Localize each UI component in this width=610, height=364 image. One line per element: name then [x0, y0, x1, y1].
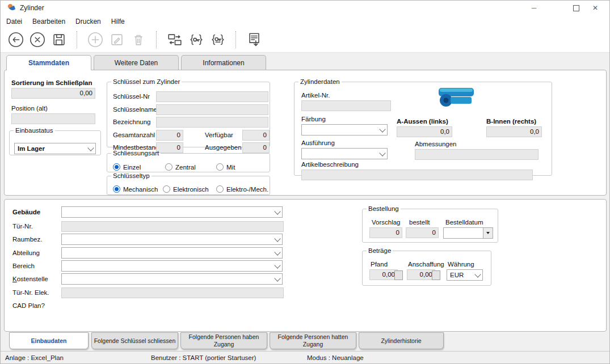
- cancel-button[interactable]: [27, 29, 48, 50]
- bottom-tab-label: Einbaudaten: [31, 337, 66, 345]
- radio-label: Einzel: [123, 164, 141, 171]
- key-group-1-button[interactable]: [186, 29, 207, 50]
- b-innen-label: B-Innen (rechts): [486, 118, 536, 125]
- save-button[interactable]: [48, 29, 70, 50]
- radio-selected-icon: [113, 163, 120, 171]
- bottom-tab-personen-hatten-zugang[interactable]: Folgende Personen hatten Zugang: [270, 332, 356, 349]
- bezeichnung-input[interactable]: [156, 117, 268, 128]
- chevron-down-icon: [87, 145, 94, 151]
- tab-weitere-daten[interactable]: Weitere Daten: [94, 55, 179, 70]
- status-anlage: Anlage : Excel_Plan: [5, 354, 64, 361]
- b-innen-input[interactable]: 0,0: [486, 126, 542, 137]
- einbaustatus-select[interactable]: Im Lager: [14, 143, 96, 154]
- anschaffung-input[interactable]: 0,00: [407, 269, 435, 280]
- add-button[interactable]: [85, 29, 106, 50]
- zylinderdaten-group-title: Zylinderdaten: [298, 78, 342, 85]
- menu-hilfe[interactable]: Hilfe: [106, 16, 130, 27]
- radio-elektronisch[interactable]: Elektronisch: [163, 185, 209, 193]
- waehrung-select[interactable]: EUR: [447, 269, 483, 281]
- report-export-button[interactable]: [243, 29, 265, 50]
- bereich-label: Bereich: [12, 263, 35, 269]
- kostenstelle-select[interactable]: [61, 273, 283, 285]
- bottom-tab-einbaudaten[interactable]: Einbaudaten: [9, 332, 89, 349]
- bestellt-input[interactable]: 0: [406, 227, 439, 238]
- gesamtanzahl-input[interactable]: 0: [156, 130, 183, 141]
- betraege-group-title: Beträge: [367, 247, 393, 254]
- minimize-icon: ─: [532, 4, 537, 12]
- radio-elektro-mech[interactable]: Elektro-/Mech.: [216, 185, 268, 193]
- combo-dropdown-button[interactable]: [483, 228, 493, 238]
- toolbar: [1, 27, 609, 53]
- delete-button[interactable]: [128, 29, 149, 50]
- chevron-down-icon: [379, 150, 385, 156]
- maximize-button[interactable]: [566, 1, 586, 15]
- pfand-detail-button[interactable]: [394, 270, 403, 280]
- tab-informationen[interactable]: Informationen: [181, 55, 266, 70]
- a-aussen-label: A-Aussen (links): [397, 118, 448, 125]
- chevron-down-icon: [274, 249, 280, 255]
- kostenstelle-label: Kostenstelle: [12, 276, 48, 282]
- menu-drucken[interactable]: Drucken: [70, 16, 106, 27]
- abteilung-select[interactable]: [61, 247, 283, 259]
- bottom-tab-label: Zylinderhistorie: [381, 337, 421, 345]
- key-braces-alt-icon: [209, 31, 226, 48]
- tuer-nr-elek-input[interactable]: [61, 287, 284, 298]
- menu-datei[interactable]: Datei: [1, 16, 27, 27]
- radio-einzel[interactable]: Einzel: [113, 163, 141, 171]
- tuer-nr-input[interactable]: [61, 221, 284, 232]
- radio-mechanisch[interactable]: Mechanisch: [113, 185, 158, 193]
- chevron-down-icon: [274, 275, 280, 281]
- position-alt-label: Position (alt): [11, 105, 48, 112]
- bottom-tab-label: Folgende Personen haben Zugang: [183, 333, 265, 348]
- artikelbeschreibung-input[interactable]: [301, 170, 533, 180]
- radio-label: Elektro-/Mech.: [226, 186, 268, 193]
- position-alt-input[interactable]: [11, 113, 95, 124]
- verfuegbar-label: Verfügbar: [205, 132, 233, 138]
- schluessel-nr-input[interactable]: [156, 91, 268, 102]
- abmessungen-input[interactable]: [415, 149, 539, 160]
- vorschlag-input[interactable]: 0: [369, 227, 402, 238]
- raumbez-select[interactable]: [61, 234, 283, 245]
- menu-bearbeiten[interactable]: Bearbeiten: [27, 16, 70, 27]
- tuer-nr-label: Tür-Nr.: [12, 223, 33, 230]
- bestelldatum-combo[interactable]: [443, 227, 493, 239]
- artikel-nr-input[interactable]: [301, 100, 391, 111]
- radio-zentral[interactable]: Zentral: [165, 163, 196, 171]
- key-door-transfer-icon: [166, 31, 183, 48]
- chevron-down-icon: [379, 126, 385, 132]
- anschaffung-detail-button[interactable]: [432, 270, 440, 280]
- tab-stammdaten[interactable]: Stammdaten: [6, 55, 91, 70]
- radio-icon: [163, 185, 170, 193]
- faerbung-select[interactable]: [301, 124, 388, 136]
- schluessel-group-title: Schlüssel zum Zylinder: [111, 78, 182, 85]
- radio-label: Mechanisch: [123, 186, 158, 193]
- a-aussen-input[interactable]: 0,0: [397, 126, 452, 137]
- bereich-select[interactable]: [61, 260, 283, 272]
- minimize-button[interactable]: ─: [524, 1, 544, 15]
- pfand-input[interactable]: 0,00: [369, 269, 398, 280]
- zylinderdaten-group: Zylinderdaten Artikel-Nr. Färbung A-Auss…: [294, 78, 552, 176]
- bottom-tab-zylinderhistorie[interactable]: Zylinderhistorie: [359, 332, 444, 349]
- bottom-tab-schluessel-schliessen[interactable]: Folgende Schlüssel schliessen: [91, 332, 178, 349]
- schluesseltyp-group-title: Schlüsseltyp: [111, 172, 152, 179]
- cancel-icon: [29, 31, 46, 48]
- key-group-2-button[interactable]: [207, 29, 229, 50]
- status-modus: Modus : Neuanlage: [307, 354, 364, 361]
- gebaeude-select[interactable]: [61, 206, 283, 218]
- bezeichnung-label: Bezeichnung: [113, 118, 151, 125]
- edit-button[interactable]: [106, 29, 128, 50]
- bestellung-group: Bestellung Vorschlag 0 bestellt 0 Bestel…: [362, 205, 498, 243]
- bottom-tab-personen-haben-zugang[interactable]: Folgende Personen haben Zugang: [180, 332, 267, 349]
- anschaffung-label: Anschaffung: [408, 261, 444, 268]
- sortierung-input[interactable]: 0,00: [11, 88, 95, 99]
- dropdown-arrow-icon: [486, 232, 490, 234]
- schluesselname-input[interactable]: [156, 104, 268, 115]
- ausfuehrung-select[interactable]: [301, 148, 388, 159]
- bestellung-group-title: Bestellung: [367, 205, 401, 212]
- radio-mit[interactable]: Mit: [216, 163, 235, 171]
- close-button[interactable]: ✕: [585, 1, 605, 15]
- schliessungsart-group: Schliessungsart Einzel Zentral Mit: [107, 150, 270, 172]
- back-button[interactable]: [5, 29, 27, 50]
- verfuegbar-input[interactable]: 0: [242, 130, 270, 141]
- key-door-transfer-button[interactable]: [164, 29, 186, 50]
